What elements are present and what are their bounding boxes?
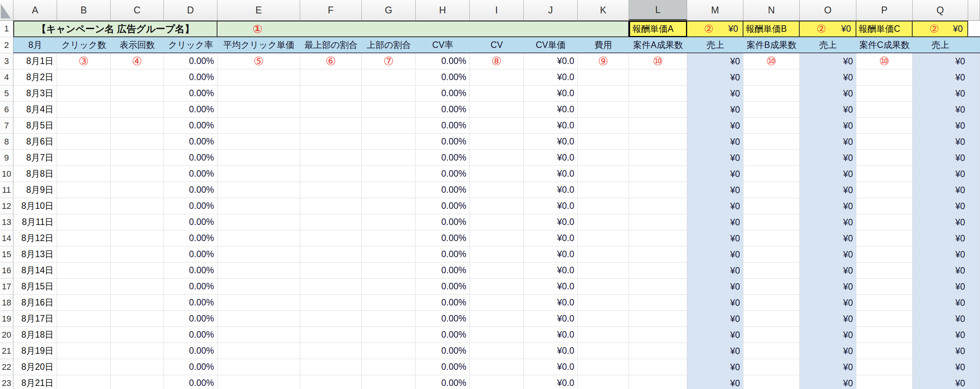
cell-P7[interactable]	[856, 118, 913, 134]
cell-F9[interactable]	[300, 150, 362, 166]
unit-price-label-cell-P[interactable]: 報酬単価C	[856, 21, 913, 37]
cell-P5[interactable]	[856, 85, 913, 102]
cell-C10[interactable]	[111, 166, 164, 182]
cell-M8[interactable]: ¥0	[687, 134, 743, 150]
cell-C7[interactable]	[111, 118, 164, 134]
cell-G16[interactable]	[362, 263, 416, 279]
cell-K9[interactable]	[578, 150, 629, 166]
cell-F10[interactable]	[300, 166, 362, 182]
cell-O14[interactable]: ¥0	[800, 230, 856, 246]
unit-price-value-cell-M[interactable]: ②¥0	[687, 21, 743, 37]
cell-R23[interactable]	[968, 375, 980, 389]
cell-O9[interactable]: ¥0	[800, 150, 856, 166]
cell-E8[interactable]	[217, 134, 300, 150]
cell-M5[interactable]: ¥0	[687, 85, 743, 102]
cell-A14[interactable]: 8月12日	[13, 230, 57, 246]
cell-D20[interactable]: 0.00%	[164, 327, 217, 343]
cell-G3[interactable]: ⑦	[362, 53, 416, 69]
cell-D13[interactable]: 0.00%	[164, 214, 217, 230]
cell-L7[interactable]	[629, 118, 687, 134]
cell-P13[interactable]	[856, 214, 913, 230]
cell-K12[interactable]	[578, 198, 629, 214]
cell-M15[interactable]: ¥0	[687, 246, 743, 263]
cell-L6[interactable]	[629, 102, 687, 118]
cell-B19[interactable]	[57, 311, 111, 327]
cell-B13[interactable]	[57, 214, 111, 230]
cell-K8[interactable]	[578, 134, 629, 150]
cell-Q6[interactable]: ¥0	[913, 102, 968, 118]
column-label-cell-E[interactable]: 平均クリック単価	[217, 37, 300, 53]
cell-I19[interactable]	[470, 311, 524, 327]
cell-D17[interactable]: 0.00%	[164, 279, 217, 295]
cell-E22[interactable]	[217, 359, 300, 375]
cell-D21[interactable]: 0.00%	[164, 343, 217, 359]
cell-Q16[interactable]: ¥0	[913, 263, 968, 279]
cell-M11[interactable]: ¥0	[687, 182, 743, 198]
cell-E10[interactable]	[217, 166, 300, 182]
cell-H18[interactable]: 0.00%	[416, 295, 470, 311]
cell-N19[interactable]	[743, 311, 800, 327]
cell-N10[interactable]	[743, 166, 800, 182]
column-label-cell-F[interactable]: 最上部の割合	[300, 37, 362, 53]
cell-H12[interactable]: 0.00%	[416, 198, 470, 214]
cell-O15[interactable]: ¥0	[800, 246, 856, 263]
cell-A10[interactable]: 8月8日	[13, 166, 57, 182]
column-label-cell-L[interactable]: 案件A成果数	[629, 37, 687, 53]
cell-C18[interactable]	[111, 295, 164, 311]
cell-Q5[interactable]: ¥0	[913, 85, 968, 102]
cell-H21[interactable]: 0.00%	[416, 343, 470, 359]
cell-R17[interactable]	[968, 279, 980, 295]
cell-I8[interactable]	[470, 134, 524, 150]
cell-B7[interactable]	[57, 118, 111, 134]
cell-I16[interactable]	[470, 263, 524, 279]
cell-B12[interactable]	[57, 198, 111, 214]
cell-M10[interactable]: ¥0	[687, 166, 743, 182]
cell-D9[interactable]: 0.00%	[164, 150, 217, 166]
cell-F18[interactable]	[300, 295, 362, 311]
cell-L9[interactable]	[629, 150, 687, 166]
cell-D18[interactable]: 0.00%	[164, 295, 217, 311]
cell-D14[interactable]: 0.00%	[164, 230, 217, 246]
cell-L16[interactable]	[629, 263, 687, 279]
cell-Q4[interactable]: ¥0	[913, 69, 968, 85]
cell-G23[interactable]	[362, 375, 416, 389]
cell-D22[interactable]: 0.00%	[164, 359, 217, 375]
cell-K15[interactable]	[578, 246, 629, 263]
select-all-corner[interactable]	[0, 0, 13, 20]
cell-H19[interactable]: 0.00%	[416, 311, 470, 327]
cell-A3[interactable]: 8月1日	[13, 53, 57, 69]
cell-L5[interactable]	[629, 85, 687, 102]
cell-F8[interactable]	[300, 134, 362, 150]
cell-H5[interactable]: 0.00%	[416, 85, 470, 102]
cell-R7[interactable]	[968, 118, 980, 134]
cell-E14[interactable]	[217, 230, 300, 246]
cell-M20[interactable]: ¥0	[687, 327, 743, 343]
cell-I13[interactable]	[470, 214, 524, 230]
cell-K16[interactable]	[578, 263, 629, 279]
row-header-22[interactable]: 22	[0, 359, 13, 375]
cell-O3[interactable]: ¥0	[800, 53, 856, 69]
cell-B22[interactable]	[57, 359, 111, 375]
cell-C5[interactable]	[111, 85, 164, 102]
cell-C16[interactable]	[111, 263, 164, 279]
cell-J13[interactable]: ¥0.0	[524, 214, 578, 230]
row-header-2[interactable]: 2	[0, 37, 13, 53]
cell-E12[interactable]	[217, 198, 300, 214]
column-label-cell-Q[interactable]: 売上	[913, 37, 968, 53]
cell-J16[interactable]: ¥0.0	[524, 263, 578, 279]
cell-I17[interactable]	[470, 279, 524, 295]
cell-J21[interactable]: ¥0.0	[524, 343, 578, 359]
cell-J6[interactable]: ¥0.0	[524, 102, 578, 118]
column-label-cell-N[interactable]: 案件B成果数	[743, 37, 800, 53]
cell-Q15[interactable]: ¥0	[913, 246, 968, 263]
cell-L13[interactable]	[629, 214, 687, 230]
cell-G19[interactable]	[362, 311, 416, 327]
cell-O21[interactable]: ¥0	[800, 343, 856, 359]
cell-A13[interactable]: 8月11日	[13, 214, 57, 230]
cell-R11[interactable]	[968, 182, 980, 198]
cell-P20[interactable]	[856, 327, 913, 343]
cell-Q3[interactable]: ¥0	[913, 53, 968, 69]
cell-L10[interactable]	[629, 166, 687, 182]
cell-L19[interactable]	[629, 311, 687, 327]
cell-E18[interactable]	[217, 295, 300, 311]
